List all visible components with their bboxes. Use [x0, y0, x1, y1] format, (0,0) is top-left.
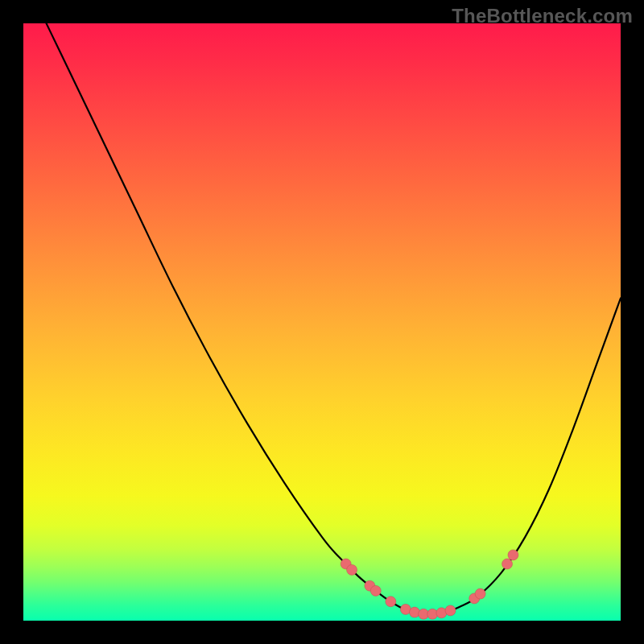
curve-marker: [370, 585, 381, 596]
curve-marker: [502, 559, 513, 569]
curve-marker: [436, 608, 447, 618]
bottleneck-curve-layer: [23, 23, 621, 621]
curve-marker: [445, 605, 456, 616]
curve-marker: [410, 607, 420, 617]
curve-marker: [347, 564, 357, 575]
curve-marker: [386, 597, 396, 607]
watermark-text: TheBottleneck.com: [452, 5, 633, 27]
curve-marker: [508, 550, 518, 560]
plot-area: [23, 23, 621, 621]
bottleneck-curve: [23, 23, 621, 614]
chart-frame: TheBottleneck.com: [0, 0, 644, 644]
curve-marker: [475, 588, 485, 599]
